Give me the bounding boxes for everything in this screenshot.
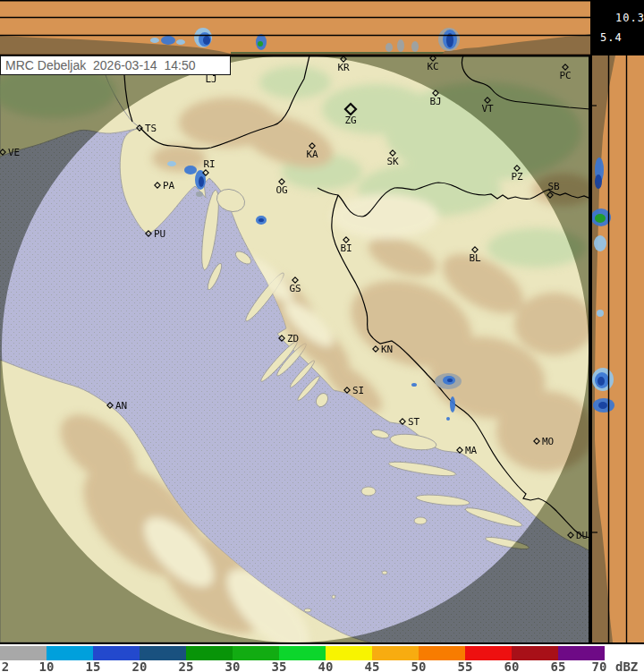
- dbz-swatch: [372, 646, 419, 660]
- side-cross-section-strip: [592, 55, 644, 642]
- echo-cell: [203, 36, 210, 45]
- echo-cell: [176, 39, 185, 45]
- height-label-lower: 5.4: [600, 31, 623, 44]
- echo-cell: [161, 36, 175, 45]
- dbz-swatch: [279, 646, 326, 660]
- scale-tick-label: 20: [132, 659, 148, 672]
- city-label: TS: [145, 123, 157, 134]
- echo-cell: [258, 41, 263, 47]
- city-label: PU: [154, 228, 165, 240]
- city-label: PZ: [511, 171, 523, 183]
- dbz-swatch: [465, 646, 512, 660]
- dbz-swatch: [233, 646, 279, 660]
- station-and-time-label: MRC Debeljak 2026-03-14 14:50: [5, 58, 195, 72]
- city-label: KR: [337, 62, 350, 73]
- scale-tick-label: 35: [272, 659, 287, 672]
- city-label: KA: [306, 149, 318, 160]
- dbz-swatch: [186, 646, 233, 660]
- city-label: AN: [115, 400, 127, 412]
- city-label: OG: [275, 184, 287, 196]
- height-label-upper: 10.3: [615, 12, 644, 24]
- echo-cell: [397, 39, 404, 52]
- scale-tick-label: 55: [458, 659, 473, 672]
- dbz-color-swatches: [0, 646, 605, 660]
- scale-tick-label: 25: [179, 659, 194, 672]
- echo-cell: [196, 191, 203, 197]
- radar-range-circle: [2, 55, 589, 642]
- city-label: KN: [381, 344, 393, 355]
- echo-cell: [411, 41, 419, 52]
- scale-tick-label: 60: [504, 659, 520, 672]
- city-label: KC: [427, 61, 438, 72]
- radar-map: VETSLJKRKCPCZGBJVTKASKPZSBRIPAOGPUBIBLGS…: [0, 55, 590, 642]
- city-label: PA: [163, 180, 175, 191]
- dbz-swatch: [140, 646, 186, 660]
- title-bar: MRC Debeljak 2026-03-14 14:50: [0, 55, 231, 75]
- echo-cell: [594, 235, 606, 251]
- echo-cell: [597, 310, 604, 317]
- echo-cell: [595, 174, 602, 189]
- dbz-swatch: [419, 646, 465, 660]
- city-label: BL: [469, 252, 481, 264]
- city-label: DU: [576, 530, 588, 541]
- radar-display-window: 10.3 5.4: [0, 0, 644, 672]
- dbz-scale-labels: 210152025303540455055606570dBZ: [0, 659, 644, 672]
- echo-cell: [258, 218, 264, 222]
- scale-tick-label: 65: [551, 659, 566, 672]
- scale-tick-label: 2: [2, 659, 9, 672]
- city-label: ZD: [287, 333, 299, 345]
- dbz-swatch: [326, 646, 372, 660]
- height-label-box: 10.3 5.4: [590, 0, 644, 55]
- city-label: MO: [542, 436, 554, 447]
- echo-cell: [199, 176, 204, 187]
- echo-cell: [450, 396, 455, 413]
- echo-cell: [598, 402, 607, 409]
- city-label: PC: [559, 70, 571, 81]
- echo-cell: [411, 383, 417, 387]
- dbz-swatch: [558, 646, 605, 660]
- terrain-profile-baseline: [231, 52, 447, 54]
- city-label: VT: [481, 103, 494, 115]
- scale-unit-label: dBZ: [615, 659, 638, 672]
- top-cross-section-strip: [0, 0, 590, 55]
- echo-cell: [597, 377, 605, 386]
- scale-tick-label: 15: [86, 659, 101, 672]
- echo-cell: [184, 166, 197, 174]
- echo-cell: [446, 417, 450, 421]
- scale-tick-label: 30: [225, 659, 241, 672]
- city-label: SI: [352, 385, 364, 396]
- scale-tick-label: 40: [318, 659, 334, 672]
- dbz-color-scale: 210152025303540455055606570dBZ: [0, 642, 644, 672]
- city-label: VE: [8, 147, 20, 158]
- echo-cell: [447, 379, 453, 382]
- dbz-swatch: [47, 646, 93, 660]
- echo-cell: [595, 214, 606, 223]
- city-label: MA: [465, 445, 478, 456]
- city-label: SB: [547, 181, 560, 192]
- scale-tick-label: 45: [365, 659, 380, 672]
- city-label: BI: [340, 242, 352, 254]
- city-label: SK: [386, 156, 399, 167]
- scale-tick-label: 50: [411, 659, 427, 672]
- city-label: BJ: [429, 96, 441, 107]
- echo-cell: [150, 38, 159, 43]
- dbz-swatch: [512, 646, 558, 660]
- scale-tick-label: 10: [39, 659, 55, 672]
- dbz-swatch: [0, 646, 47, 660]
- scale-tick-label: 70: [592, 659, 607, 672]
- city-label: ZG: [344, 115, 356, 126]
- dbz-swatch: [93, 646, 140, 660]
- city-label: ST: [408, 416, 420, 428]
- echo-cell: [386, 43, 393, 52]
- echo-cell: [167, 161, 176, 166]
- city-label: RI: [203, 158, 215, 170]
- city-label: GS: [289, 283, 301, 294]
